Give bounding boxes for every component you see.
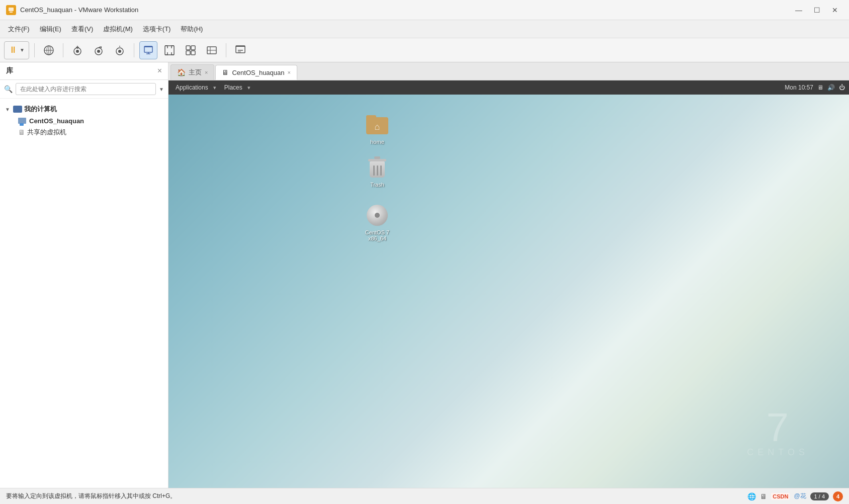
home-tab-icon: 🏠 (177, 68, 186, 76)
vm-topbar-left: Applications ▾ Places ▾ (173, 83, 250, 92)
tray-vm-icon: 🖥 (760, 492, 767, 500)
toolbar-separator-2 (63, 43, 63, 57)
computer-icon (13, 106, 22, 113)
dvd-icon-label: CentOS 7 x86_64 (360, 229, 394, 241)
desktop-icon-dvd[interactable]: CentOS 7 x86_64 (357, 200, 397, 244)
pause-dropdown-icon: ▼ (20, 47, 25, 53)
toolbar-separator-1 (34, 43, 35, 57)
home-tab-label: 主页 (189, 68, 202, 77)
settings-button[interactable] (231, 41, 249, 59)
snapshot-manager-icon (114, 45, 125, 56)
content-area: 🏠 主页 × 🖥 CentOS_huaquan × Applications ▾… (168, 62, 849, 488)
vm-places-menu[interactable]: Places (221, 83, 245, 92)
menu-file[interactable]: 文件(F) (4, 23, 34, 36)
network-button[interactable] (40, 41, 58, 59)
window-controls: — ☐ ✕ (791, 4, 843, 16)
page-indicator: 1 / 4 (810, 492, 829, 500)
svg-rect-24 (186, 51, 190, 55)
vm-applications-arrow: ▾ (213, 85, 216, 91)
tree-root-mycomputer[interactable]: ▼ 我的计算机 (4, 103, 164, 116)
settings-icon (235, 45, 246, 56)
pause-button[interactable]: ⏸ ▼ (4, 41, 29, 59)
vm-power-icon: ⏻ (839, 84, 845, 91)
status-message: 要将输入定向到该虚拟机，请将鼠标指针移入其中或按 Ctrl+G。 (6, 492, 176, 500)
centos-tab-close[interactable]: × (288, 69, 291, 75)
page-count-badge: 4 (833, 491, 843, 501)
tray-user-icon: @花 (794, 492, 806, 500)
maximize-button[interactable]: ☐ (809, 4, 825, 16)
tab-centos[interactable]: 🖥 CentOS_huaquan × (215, 65, 297, 80)
shared-vm-icon: 🖥 (18, 128, 25, 136)
svg-rect-23 (191, 46, 195, 50)
centos-desktop[interactable]: 7 CENTOS ⌂ home (168, 95, 849, 488)
svg-point-12 (97, 50, 100, 53)
desktop-icon-trash[interactable]: Trash (357, 152, 397, 191)
search-input[interactable] (16, 83, 156, 95)
minimize-button[interactable]: — (791, 4, 807, 16)
vm-active-icon (18, 118, 27, 125)
window-title: CentOS_huaquan - VMware Workstation (20, 6, 138, 14)
view-unity-icon (185, 45, 196, 56)
menu-view[interactable]: 查看(V) (67, 23, 97, 36)
vm-active-label: CentOS_huaquan (29, 117, 84, 125)
tab-home[interactable]: 🏠 主页 × (171, 64, 214, 80)
svg-rect-18 (144, 46, 152, 47)
home-icon-label: home (370, 139, 384, 145)
sidebar: 库 × 🔍 ▼ ▼ 我的计算机 CentOS_huaquan (0, 62, 168, 488)
tray-network-icon: 🌐 (747, 492, 756, 500)
mycomputer-label: 我的计算机 (24, 105, 57, 114)
view-fullscreen-icon (164, 45, 175, 56)
desktop-icon-home[interactable]: ⌂ home (357, 110, 397, 148)
search-bar: 🔍 ▼ (0, 80, 168, 99)
menu-bar: 文件(F) 编辑(E) 查看(V) 虚拟机(M) 选项卡(T) 帮助(H) (0, 20, 849, 38)
snapshot-restore-button[interactable] (90, 41, 108, 59)
view-other-icon (206, 45, 217, 56)
centos-watermark-text: CENTOS (747, 447, 809, 458)
vm-display-icon: 🖥 (817, 84, 823, 91)
centos-tab-icon: 🖥 (222, 68, 229, 76)
title-bar-left: CentOS_huaquan - VMware Workstation (6, 5, 138, 15)
menu-help[interactable]: 帮助(H) (177, 23, 207, 36)
snapshot-manager-button[interactable] (111, 41, 129, 59)
svg-point-8 (76, 50, 79, 53)
sidebar-title: 库 (6, 66, 13, 75)
view-fullscreen-button[interactable] (160, 41, 179, 59)
close-button[interactable]: ✕ (827, 4, 843, 16)
toolbar-separator-4 (226, 43, 226, 57)
snapshot-add-icon (72, 45, 83, 56)
view-unity-button[interactable] (182, 41, 200, 59)
view-other-button[interactable] (203, 41, 221, 59)
vm-time: Mon 10:57 (785, 84, 813, 91)
svg-point-15 (118, 50, 121, 53)
vm-topbar: Applications ▾ Places ▾ Mon 10:57 🖥 🔊 ⏻ (168, 80, 849, 95)
menu-tab[interactable]: 选项卡(T) (139, 23, 175, 36)
view-normal-button[interactable] (139, 41, 157, 59)
svg-rect-25 (191, 51, 195, 55)
sidebar-close-button[interactable]: × (157, 66, 162, 75)
app-icon (6, 5, 16, 15)
vm-applications-menu[interactable]: Applications (173, 83, 211, 92)
centos-watermark-number: 7 (767, 407, 789, 448)
view-normal-icon (143, 45, 154, 56)
vm-topbar-right: Mon 10:57 🖥 🔊 ⏻ (785, 84, 845, 91)
snapshot-add-button[interactable] (68, 41, 87, 59)
svg-rect-2 (10, 12, 13, 13)
status-bar: 要将输入定向到该虚拟机，请将鼠标指针移入其中或按 Ctrl+G。 🌐 🖥 CSD… (0, 488, 849, 504)
svg-rect-22 (186, 46, 190, 50)
menu-vm[interactable]: 虚拟机(M) (99, 23, 137, 36)
centos-tab-label: CentOS_huaquan (232, 69, 284, 76)
title-bar: CentOS_huaquan - VMware Workstation — ☐ … (0, 0, 849, 20)
search-icon: 🔍 (4, 85, 13, 93)
tree-item-centos-huaquan[interactable]: CentOS_huaquan (4, 116, 164, 126)
dvd-disc-icon (365, 203, 389, 227)
menu-edit[interactable]: 编辑(E) (36, 23, 65, 36)
svg-rect-30 (236, 46, 245, 47)
vm-volume-icon: 🔊 (827, 84, 835, 91)
tree-item-shared-vms[interactable]: 🖥 共享的虚拟机 (4, 126, 164, 138)
vm-display[interactable]: Applications ▾ Places ▾ Mon 10:57 🖥 🔊 ⏻ … (168, 80, 849, 488)
home-tab-close[interactable]: × (205, 69, 208, 75)
home-folder-icon: ⌂ (365, 113, 389, 137)
search-dropdown-button[interactable]: ▼ (159, 87, 164, 92)
vm-places-arrow: ▾ (247, 85, 250, 91)
tree-view: ▼ 我的计算机 CentOS_huaquan 🖥 共享的虚拟机 (0, 99, 168, 488)
